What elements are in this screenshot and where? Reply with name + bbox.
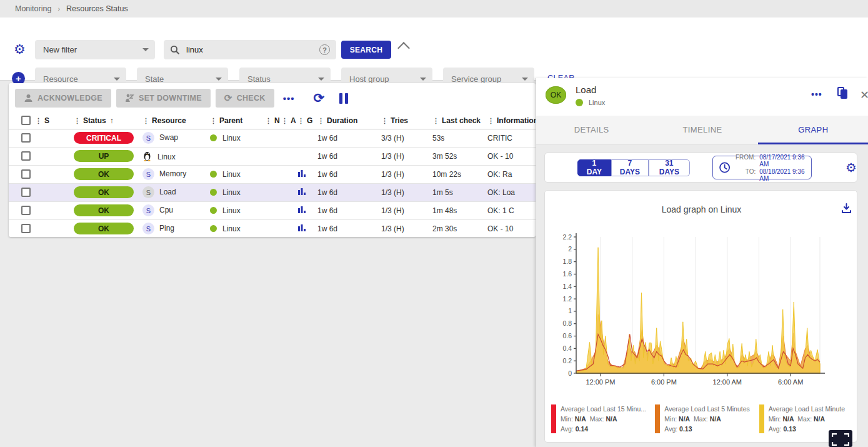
check-button[interactable]: ⟳ CHECK <box>216 89 274 108</box>
legend-color-bar <box>759 404 764 433</box>
breadcrumb-item-monitoring[interactable]: Monitoring <box>15 4 51 13</box>
column-header-a[interactable]: ⋮A <box>281 113 297 129</box>
graph-cell <box>297 219 317 237</box>
column-header-tries[interactable]: ⋮Tries <box>381 113 432 129</box>
resource-cell[interactable]: SSwap <box>142 129 210 147</box>
breadcrumb-item-resources-status[interactable]: Resources Status <box>66 4 128 13</box>
filter-settings-gear-icon[interactable]: ⚙ <box>14 43 26 56</box>
resource-cell[interactable]: Linux <box>142 147 210 165</box>
collapse-filters-chevron-icon[interactable] <box>397 42 410 54</box>
parent-cell[interactable]: Linux <box>210 165 265 183</box>
parent-cell[interactable]: Linux <box>210 219 265 237</box>
has-graph-icon[interactable] <box>297 188 306 196</box>
select-all-checkbox[interactable] <box>21 116 31 125</box>
load-graph-chart[interactable]: 00.20.40.60.811.21.41.61.822.212:00 PM6:… <box>548 229 854 399</box>
column-header-duration[interactable]: ⋮Duration <box>317 113 381 129</box>
refresh-list-icon[interactable]: ⟳ <box>313 91 324 106</box>
row-checkbox[interactable] <box>21 206 31 215</box>
graph-settings-gear-icon[interactable]: ⚙ <box>846 160 857 175</box>
export-graph-icon[interactable] <box>841 203 852 216</box>
parent-cell[interactable] <box>210 147 265 165</box>
status-cell: OK <box>74 183 142 201</box>
drag-handle-icon[interactable]: ⋮ <box>432 117 439 124</box>
parent-cell[interactable]: Linux <box>210 129 265 147</box>
panel-more-actions-icon[interactable]: ••• <box>811 89 822 99</box>
duration-cell: 1w 6d <box>317 147 381 165</box>
search-button[interactable]: SEARCH <box>341 41 391 59</box>
resources-table: ⋮S⋮Status↑⋮Resource⋮Parent⋮N⋮A⋮G⋮Duratio… <box>9 113 536 237</box>
parent-cell[interactable]: Linux <box>210 183 265 201</box>
has-graph-icon[interactable] <box>297 224 306 232</box>
range-button-31-days[interactable]: 31 DAYS <box>649 159 690 176</box>
column-header-g[interactable]: ⋮G <box>297 113 317 129</box>
column-header-n[interactable]: ⋮N <box>265 113 281 129</box>
column-header-parent[interactable]: ⋮Parent <box>210 113 265 129</box>
table-row-ping[interactable]: OKSPingLinux1w 6d1/3 (H)2m 30sOK - 10 <box>9 219 536 237</box>
row-checkbox[interactable] <box>21 188 31 197</box>
range-button-1-day[interactable]: 1 DAY <box>577 159 611 176</box>
table-row-memory[interactable]: OKSMemoryLinux1w 6d1/3 (H)10m 22sOK: Ra <box>9 165 536 183</box>
row-checkbox[interactable] <box>21 151 31 161</box>
legend-item[interactable]: Average Load Last 5 MinutesMin: N/A Max:… <box>655 404 750 434</box>
tab-graph[interactable]: GRAPH <box>758 116 868 144</box>
tab-timeline[interactable]: TIMELINE <box>647 116 757 144</box>
table-row-load[interactable]: OKSLoadLinux1w 6d1/3 (H)1m 5sOK: Loa <box>9 183 536 201</box>
column-header-s[interactable]: ⋮S <box>35 113 74 129</box>
drag-handle-icon[interactable]: ⋮ <box>317 117 324 124</box>
drag-handle-icon[interactable]: ⋮ <box>297 117 304 124</box>
saved-filter-select[interactable]: New filter <box>35 40 155 59</box>
drag-handle-icon[interactable]: ⋮ <box>487 117 494 124</box>
svg-text:0: 0 <box>568 369 572 377</box>
has-graph-icon[interactable] <box>297 169 306 178</box>
drag-handle-icon[interactable]: ⋮ <box>265 117 271 124</box>
set-downtime-button[interactable]: SET DOWNTIME <box>116 89 211 108</box>
row-checkbox[interactable] <box>21 133 31 143</box>
table-row-swap[interactable]: CRITICALSSwapLinux1w 6d3/3 (H)53sCRITIC <box>9 129 536 147</box>
custom-time-range[interactable]: FROM: 08/17/2021 9:36 AM TO: 08/18/2021 … <box>712 156 812 179</box>
column-header-last-check[interactable]: ⋮Last check <box>432 113 487 129</box>
drag-handle-icon[interactable]: ⋮ <box>210 117 216 124</box>
parent-cell[interactable]: Linux <box>210 201 265 219</box>
svg-text:2.2: 2.2 <box>562 233 572 241</box>
resource-cell[interactable]: SPing <box>142 219 210 237</box>
copy-link-icon[interactable] <box>837 87 847 99</box>
column-header-information[interactable]: ⋮Information <box>487 113 536 129</box>
last-check-cell: 3m 52s <box>432 147 487 165</box>
resource-detail-panel: OK Load Linux ••• ✕ DETAILSTIMELINEGRAPH… <box>536 78 868 447</box>
has-graph-icon[interactable] <box>297 206 306 214</box>
status-cell: OK <box>74 219 142 237</box>
svg-text:1.4: 1.4 <box>562 283 572 290</box>
drag-handle-icon[interactable]: ⋮ <box>74 117 80 124</box>
search-field[interactable]: ? <box>164 40 336 59</box>
table-row-cpu[interactable]: OKSCpuLinux1w 6d1/3 (H)1m 48sOK: 1 C <box>9 201 536 219</box>
table-row-linux[interactable]: UPLinux1w 6d1/3 (H)3m 52sOK - 10 <box>9 147 536 165</box>
svg-text:2: 2 <box>568 245 572 253</box>
sort-asc-icon[interactable]: ↑ <box>110 116 114 125</box>
search-input[interactable] <box>186 45 313 54</box>
resource-cell[interactable]: SCpu <box>142 201 210 219</box>
tab-details[interactable]: DETAILS <box>536 116 647 144</box>
fullscreen-icon[interactable] <box>829 430 852 447</box>
column-header-resource[interactable]: ⋮Resource <box>142 113 210 129</box>
row-checkbox[interactable] <box>21 169 31 179</box>
legend-item[interactable]: Average Load Last 15 Minu...Min: N/A Max… <box>551 404 646 434</box>
refresh-arrow-icon: ⟳ <box>224 93 232 104</box>
panel-parent: Linux <box>576 99 605 106</box>
more-actions-icon[interactable]: ••• <box>283 93 295 104</box>
close-panel-icon[interactable]: ✕ <box>860 88 868 102</box>
range-button-7-days[interactable]: 7 DAYS <box>611 159 649 176</box>
acknowledge-button[interactable]: ACKNOWLEDGE <box>15 89 111 108</box>
search-help-icon[interactable]: ? <box>319 44 330 55</box>
drag-handle-icon[interactable]: ⋮ <box>35 117 41 124</box>
column-header-status[interactable]: ⋮Status↑ <box>74 113 142 129</box>
drag-handle-icon[interactable]: ⋮ <box>281 117 287 124</box>
row-checkbox[interactable] <box>21 224 31 233</box>
host-status-dot-icon <box>210 134 217 141</box>
pause-refresh-icon[interactable] <box>339 93 348 104</box>
drag-handle-icon[interactable]: ⋮ <box>381 117 387 124</box>
resource-cell[interactable]: SMemory <box>142 165 210 183</box>
svg-text:1.8: 1.8 <box>562 258 572 265</box>
resource-cell[interactable]: SLoad <box>142 183 210 201</box>
legend-color-bar <box>551 404 556 433</box>
drag-handle-icon[interactable]: ⋮ <box>142 117 149 124</box>
